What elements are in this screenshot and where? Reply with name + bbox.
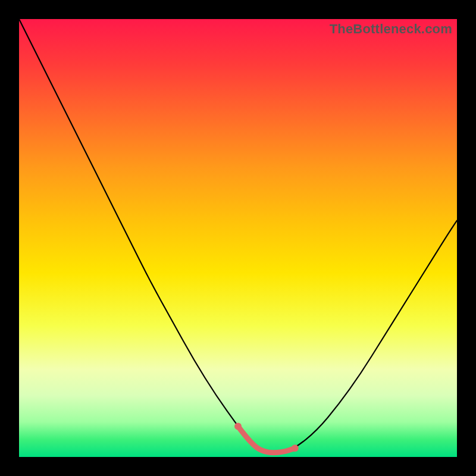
series-highlight-segment [238, 426, 295, 452]
series-main-curve [19, 19, 457, 453]
chart-stage: TheBottleneck.com [0, 0, 476, 476]
chart-lines [19, 19, 457, 453]
highlight-dot [292, 444, 299, 452]
plot-area: TheBottleneck.com [19, 19, 457, 457]
watermark-text: TheBottleneck.com [330, 21, 452, 37]
highlight-dot [234, 422, 242, 430]
chart-svg [19, 19, 457, 457]
